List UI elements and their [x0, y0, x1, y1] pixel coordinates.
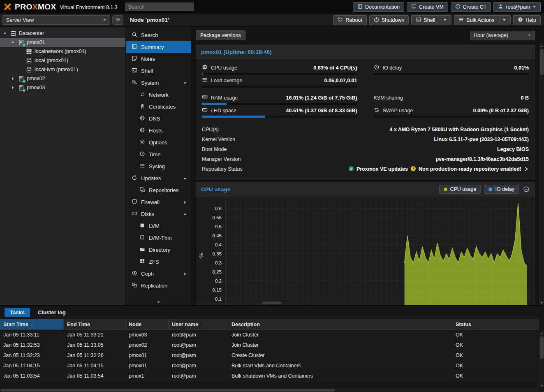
menu-item-certificates[interactable]: Certificates: [126, 101, 191, 113]
scroll-up-icon[interactable]: ▲: [540, 43, 543, 48]
caret-right-icon[interactable]: [183, 272, 187, 276]
caret-right-icon[interactable]: [10, 86, 15, 90]
check-circle-icon: [348, 166, 354, 173]
tasks-panel: TasksCluster log Start Time↓End TimeNode…: [0, 305, 544, 392]
caret-down-icon[interactable]: [10, 40, 15, 44]
legend-io-delay[interactable]: IO delay: [484, 185, 519, 194]
chevron-right-icon[interactable]: [524, 167, 529, 172]
scroll-thumb[interactable]: [540, 336, 544, 359]
content-scrollbar[interactable]: ▲ ▼: [539, 43, 544, 305]
scroll-thumb[interactable]: [540, 49, 544, 75]
menu-item-zfs[interactable]: ZFS: [126, 256, 191, 268]
split-caret-icon[interactable]: [499, 18, 506, 22]
menu-item-repositories[interactable]: Repositories: [126, 184, 191, 196]
tree-item-pmox02[interactable]: pmox02: [0, 74, 125, 83]
table-row[interactable]: Jan 05 11:32:53Jan 05 11:33:05pmox02root…: [0, 340, 539, 350]
menu-item-network[interactable]: Network: [126, 89, 191, 101]
globe-icon: [139, 127, 145, 134]
menu-item-time[interactable]: Time: [126, 148, 191, 160]
bulk-actions-button[interactable]: Bulk Actions: [454, 15, 511, 25]
scroll-down-icon[interactable]: ▼: [540, 300, 543, 305]
column-header-start-time[interactable]: Start Time↓: [0, 319, 64, 329]
scroll-down-icon[interactable]: ▼: [540, 383, 543, 388]
table-row[interactable]: Jan 05 11:33:11Jan 05 11:33:21pmox03root…: [0, 330, 539, 340]
scroll-up-icon[interactable]: ▲: [540, 331, 543, 336]
table-row[interactable]: Jan 05 11:04:15Jan 05 11:04:15pmox01root…: [0, 361, 539, 371]
menu-item-lvm[interactable]: LVM: [126, 220, 191, 232]
server-icon: [10, 30, 16, 37]
column-header-description[interactable]: Description: [228, 319, 452, 329]
menu-item-firewall[interactable]: Firewall: [126, 196, 191, 208]
replication-icon: [132, 282, 137, 289]
column-header-status[interactable]: Status: [452, 319, 539, 329]
tree-item-localnetwork-pmox01[interactable]: localnetwork (pmox01): [0, 47, 125, 56]
menu-item-disks[interactable]: Disks: [126, 208, 191, 220]
menu-item-syslog[interactable]: Syslog: [126, 160, 191, 172]
menu-item-updates[interactable]: Updates: [126, 172, 191, 184]
global-search-input[interactable]: [125, 2, 194, 11]
chevron-down-icon: [528, 32, 531, 38]
table-row[interactable]: Jan 05 11:32:23Jan 05 11:32:26pmox01root…: [0, 350, 539, 361]
time-range-select[interactable]: Hour (average): [470, 31, 535, 40]
shutdown-button[interactable]: Shutdown: [369, 15, 409, 25]
menu-item-notes[interactable]: Notes: [126, 53, 191, 65]
node-icon: [18, 39, 24, 46]
help-button[interactable]: ?Help: [513, 15, 541, 25]
table-row[interactable]: Jan 05 11:03:54Jan 05 11:03:54pmox1root@…: [0, 371, 539, 381]
reboot-button[interactable]: Reboot: [333, 15, 366, 25]
caret-down-icon[interactable]: [183, 176, 187, 181]
menu-item-system[interactable]: System: [126, 77, 191, 89]
top-header: PROXMOX Virtual Environment 8.1.3 Docume…: [0, 0, 544, 14]
menu-item-directory[interactable]: Directory: [126, 244, 191, 256]
menu-scroll-down-icon[interactable]: [126, 299, 191, 305]
y-tick: 0.3: [215, 260, 222, 265]
column-header-end-time[interactable]: End Time: [64, 319, 125, 329]
menu-item-replication[interactable]: Replication: [126, 280, 191, 292]
shell-button[interactable]: Shell: [411, 15, 451, 25]
caret-down-icon[interactable]: [2, 31, 7, 35]
tab-tasks[interactable]: Tasks: [5, 308, 30, 317]
tree-item-pmox01[interactable]: pmox01: [0, 38, 125, 47]
menu-item-shell[interactable]: Shell: [126, 65, 191, 77]
menu-item-dns[interactable]: DNS: [126, 113, 191, 125]
collapse-panel-icon[interactable]: [523, 186, 530, 193]
package-versions-button[interactable]: Package versions: [196, 30, 245, 40]
hdd-icon: [202, 107, 208, 114]
view-mode-select[interactable]: Server View: [2, 15, 110, 25]
legend-cpu-usage[interactable]: CPU usage: [439, 185, 481, 194]
node-menu: SearchSummaryNotesShellSystemNetworkCert…: [126, 27, 192, 305]
tree-item-datacenter[interactable]: Datacenter: [0, 29, 125, 38]
info-row-boot-mode: Boot ModeLegacy BIOS: [202, 144, 529, 154]
create-vm-button[interactable]: Create VM: [407, 2, 448, 12]
split-caret-icon[interactable]: [440, 18, 447, 22]
tasks-scrollbar[interactable]: ▲ ▼: [539, 331, 544, 388]
menu-item-options[interactable]: Options: [126, 137, 191, 148]
cpu-icon: [202, 64, 208, 71]
tasks-hscroll-thumb[interactable]: [0, 389, 335, 392]
create-ct-button[interactable]: Create CT: [451, 2, 491, 12]
root-pam-button[interactable]: root@pam: [493, 2, 541, 12]
tree-item-local-lvm-pmox01[interactable]: local-lvm (pmox01): [0, 65, 125, 74]
tab-cluster-log[interactable]: Cluster log: [32, 308, 71, 317]
documentation-button[interactable]: Documentation: [353, 2, 404, 12]
tree-settings-button[interactable]: [112, 15, 123, 25]
content-hscroll-thumb[interactable]: [262, 302, 281, 304]
tree-item-pmox03[interactable]: pmox03: [0, 83, 125, 92]
menu-item-summary[interactable]: Summary: [126, 41, 191, 53]
menu-item-hosts[interactable]: Hosts: [126, 125, 191, 137]
tree-item-local-pmox01[interactable]: local (pmox01): [0, 56, 125, 65]
caret-right-icon[interactable]: [10, 77, 15, 81]
tasks-hscrollbar[interactable]: [0, 388, 539, 392]
caret-right-icon[interactable]: [183, 200, 187, 204]
caret-down-icon[interactable]: [183, 212, 187, 216]
version-label: Virtual Environment 8.1.3: [60, 5, 118, 10]
caret-down-icon[interactable]: [183, 81, 187, 85]
menu-item-search[interactable]: Search: [126, 29, 191, 41]
column-header-node[interactable]: Node: [125, 319, 169, 329]
menu-item-ceph[interactable]: Ceph: [126, 268, 191, 280]
metric-value: 0.00% (0 B of 2.37 GiB): [473, 108, 529, 114]
legend-dot-icon: [444, 188, 447, 191]
column-header-user-name[interactable]: User name: [169, 319, 228, 329]
square-outline-icon: [139, 234, 145, 241]
menu-item-lvm-thin[interactable]: LVM-Thin: [126, 232, 191, 244]
